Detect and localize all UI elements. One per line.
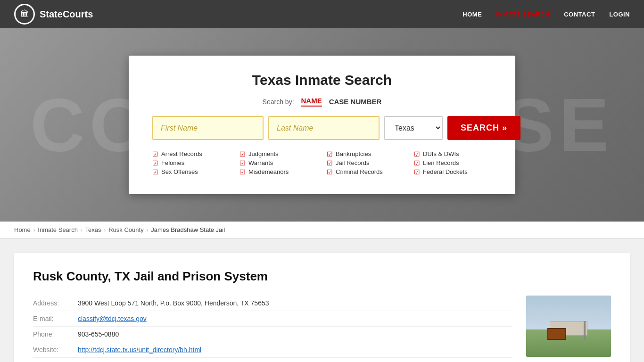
phone-label: Phone:	[33, 330, 71, 338]
checkbox-label: DUIs & DWIs	[423, 150, 459, 157]
breadcrumb-current: James Bradshaw State Jail	[151, 226, 225, 233]
checkbox-item: ☑Criminal Records	[327, 168, 405, 175]
nav-contact[interactable]: CONTACT	[564, 11, 595, 18]
website-value[interactable]: http://tdcj.state.tx.us/unit_directory/b…	[78, 346, 201, 354]
check-icon: ☑	[152, 151, 158, 157]
email-value[interactable]: classify@tdcj.texas.gov	[78, 315, 147, 322]
phone-value: 903-655-0880	[78, 330, 119, 338]
checkbox-label: Criminal Records	[336, 168, 383, 175]
check-icon: ☑	[239, 151, 246, 157]
first-name-input[interactable]	[152, 116, 264, 140]
breadcrumb: Home › Inmate Search › Texas › Rusk Coun…	[0, 222, 644, 239]
search-title: Texas Inmate Search	[152, 72, 492, 88]
facility-title: Rusk County, TX Jail and Prison System	[33, 269, 611, 284]
breadcrumb-rusk-county[interactable]: Rusk County	[108, 226, 143, 233]
address-value: 3900 West Loop 571 North, P.o. Box 9000,…	[78, 299, 269, 307]
image-pole	[584, 321, 586, 340]
checkbox-item: ☑Lien Records	[414, 159, 492, 166]
check-icon: ☑	[239, 169, 246, 175]
content-card: Rusk County, TX Jail and Prison System A…	[14, 253, 630, 362]
facebook-row: Facebook: https://www.facebook.com/pages…	[33, 358, 512, 362]
nav-inmate-search[interactable]: INMATE SEARCH	[496, 11, 550, 18]
website-label: Website:	[33, 346, 71, 354]
breadcrumb-texas[interactable]: Texas	[85, 226, 101, 233]
check-icon: ☑	[152, 169, 158, 175]
checkboxes-grid: ☑Arrest Records☑Judgments☑Bankruptcies☑D…	[152, 150, 492, 175]
nav-home[interactable]: HOME	[462, 11, 482, 18]
checkbox-item: ☑DUIs & DWIs	[414, 150, 492, 157]
tab-case-number[interactable]: CASE NUMBER	[329, 98, 382, 106]
check-icon: ☑	[414, 169, 420, 175]
address-label: Address:	[33, 299, 71, 307]
email-label: E-mail:	[33, 315, 71, 322]
breadcrumb-home[interactable]: Home	[14, 226, 31, 233]
breadcrumb-inmate-search[interactable]: Inmate Search	[38, 226, 78, 233]
checkbox-item: ☑Arrest Records	[152, 150, 230, 157]
search-button[interactable]: SEARCH »	[447, 116, 520, 140]
logo[interactable]: 🏛 StateCourts	[14, 4, 93, 25]
checkbox-item: ☑Sex Offenses	[152, 168, 230, 175]
address-row: Address: 3900 West Loop 571 North, P.o. …	[33, 296, 512, 311]
checkbox-item: ☑Federal Dockets	[414, 168, 492, 175]
checkbox-label: Misdemeanors	[248, 168, 289, 175]
search-by-label: Search by:	[263, 98, 294, 106]
website-row: Website: http://tdcj.state.tx.us/unit_di…	[33, 342, 512, 358]
tab-name[interactable]: NAME	[301, 97, 322, 107]
checkbox-item: ☑Jail Records	[327, 159, 405, 166]
email-row: E-mail: classify@tdcj.texas.gov	[33, 311, 512, 327]
checkbox-label: Federal Dockets	[423, 168, 468, 175]
checkbox-label: Arrest Records	[161, 150, 202, 157]
nav-login[interactable]: LOGIN	[609, 11, 630, 18]
checkbox-item: ☑Judgments	[239, 150, 317, 157]
info-grid: Address: 3900 West Loop 571 North, P.o. …	[33, 296, 611, 362]
breadcrumb-sep-2: ›	[81, 227, 83, 233]
checkbox-item: ☑Misdemeanors	[239, 168, 317, 175]
breadcrumb-sep-3: ›	[104, 227, 106, 233]
search-fields: Texas Alabama Alaska Arizona California …	[152, 116, 492, 140]
main-content: Rusk County, TX Jail and Prison System A…	[0, 239, 644, 362]
checkbox-item: ☑Felonies	[152, 159, 230, 166]
search-card: Texas Inmate Search Search by: NAME CASE…	[129, 56, 515, 194]
breadcrumb-sep-4: ›	[147, 227, 149, 233]
checkbox-label: Sex Offenses	[161, 168, 198, 175]
checkbox-label: Felonies	[161, 159, 184, 166]
logo-text: StateCourts	[40, 9, 93, 20]
checkbox-item: ☑Warrants	[239, 159, 317, 166]
checkbox-label: Judgments	[248, 150, 279, 157]
checkbox-item: ☑Bankruptcies	[327, 150, 405, 157]
check-icon: ☑	[327, 160, 333, 166]
state-select[interactable]: Texas Alabama Alaska Arizona California …	[384, 116, 443, 140]
checkbox-label: Warrants	[248, 159, 273, 166]
check-icon: ☑	[327, 169, 333, 175]
check-icon: ☑	[414, 160, 420, 166]
main-nav: HOME INMATE SEARCH CONTACT LOGIN	[462, 11, 630, 18]
checkbox-label: Lien Records	[423, 159, 459, 166]
checkbox-label: Jail Records	[336, 159, 370, 166]
check-icon: ☑	[152, 160, 158, 166]
phone-row: Phone: 903-655-0880	[33, 327, 512, 342]
search-by-row: Search by: NAME CASE NUMBER	[152, 97, 492, 107]
facility-image	[526, 296, 611, 357]
check-icon: ☑	[239, 160, 246, 166]
image-sign	[547, 328, 566, 340]
header: 🏛 StateCourts HOME INMATE SEARCH CONTACT…	[0, 0, 644, 28]
check-icon: ☑	[414, 151, 420, 157]
logo-icon: 🏛	[14, 4, 35, 25]
info-fields: Address: 3900 West Loop 571 North, P.o. …	[33, 296, 512, 362]
checkbox-label: Bankruptcies	[336, 150, 371, 157]
check-icon: ☑	[327, 151, 333, 157]
hero-section: COURTHOUSE Texas Inmate Search Search by…	[0, 28, 644, 222]
last-name-input[interactable]	[268, 116, 380, 140]
breadcrumb-sep-1: ›	[33, 227, 35, 233]
